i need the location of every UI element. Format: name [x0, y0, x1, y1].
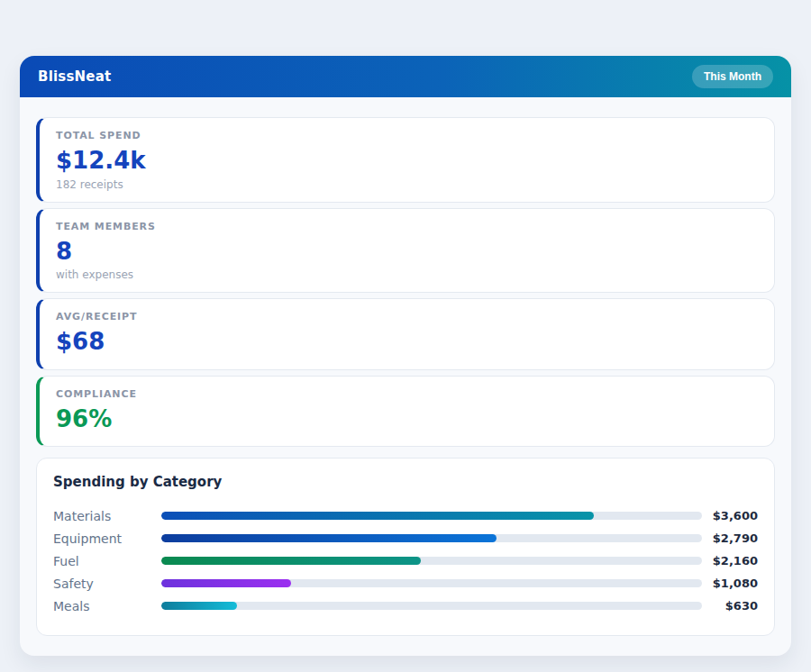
stat-value: $12.4k — [56, 148, 758, 174]
category-bar-track — [161, 512, 702, 520]
dashboard-panel: BlissNeat This Month TOTAL SPEND $12.4k … — [20, 56, 791, 656]
stat-label: COMPLIANCE — [56, 388, 758, 400]
stat-label: AVG/RECEIPT — [56, 311, 758, 322]
category-row-fuel: Fuel $2,160 — [53, 549, 758, 572]
category-value: $2,790 — [702, 531, 758, 545]
category-value: $2,160 — [702, 554, 758, 568]
category-bar-fill — [161, 534, 497, 542]
category-value: $3,600 — [702, 509, 758, 522]
stat-subtext: with expenses — [56, 268, 758, 281]
category-bar-track — [161, 534, 702, 542]
category-label: Meals — [53, 599, 161, 613]
category-row-safety: Safety $1,080 — [53, 572, 758, 595]
category-label: Materials — [53, 509, 161, 523]
spending-by-category-title: Spending by Category — [53, 474, 758, 490]
category-bar-fill — [161, 579, 291, 587]
category-bar-fill — [161, 557, 421, 565]
category-label: Equipment — [53, 531, 161, 546]
dashboard-content: TOTAL SPEND $12.4k 182 receipts TEAM MEM… — [20, 97, 791, 636]
category-bar-track — [161, 579, 702, 587]
stat-card-total-spend: TOTAL SPEND $12.4k 182 receipts — [36, 117, 775, 203]
category-value: $1,080 — [702, 577, 758, 590]
category-bar-fill — [161, 512, 594, 520]
app-header: BlissNeat This Month — [20, 56, 791, 97]
category-row-equipment: Equipment $2,790 — [53, 527, 758, 549]
category-bar-fill — [161, 602, 237, 610]
category-bar-track — [161, 602, 702, 610]
period-badge[interactable]: This Month — [692, 65, 773, 88]
stat-card-avg-receipt: AVG/RECEIPT $68 — [36, 298, 775, 370]
stat-card-team-members: TEAM MEMBERS 8 with expenses — [36, 208, 775, 294]
stat-subtext: 182 receipts — [56, 178, 758, 191]
category-row-meals: Meals $630 — [53, 595, 758, 617]
app-title: BlissNeat — [38, 68, 111, 85]
category-value: $630 — [702, 599, 758, 613]
stat-value: 96% — [56, 406, 758, 432]
stat-value: $68 — [56, 329, 758, 355]
stat-label: TEAM MEMBERS — [56, 221, 758, 232]
category-label: Safety — [53, 577, 161, 591]
category-label: Fuel — [53, 554, 161, 568]
spending-by-category-card: Spending by Category Materials $3,600 Eq… — [36, 458, 775, 636]
category-bar-track — [161, 557, 702, 565]
stat-label: TOTAL SPEND — [56, 130, 758, 141]
stat-value: 8 — [56, 239, 758, 265]
category-row-materials: Materials $3,600 — [53, 504, 758, 527]
stat-card-compliance: COMPLIANCE 96% — [36, 376, 775, 448]
